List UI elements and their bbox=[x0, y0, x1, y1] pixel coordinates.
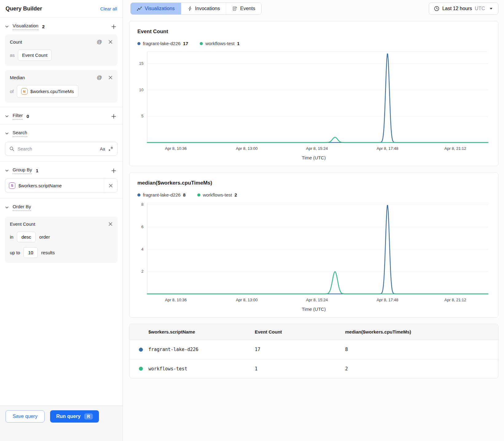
legend-item[interactable]: fragrant-lake-d22617 bbox=[137, 41, 188, 46]
order-by-field-label: Event Count bbox=[10, 221, 35, 227]
search-box: Aa bbox=[5, 142, 118, 156]
search-icon bbox=[9, 146, 14, 151]
caret-down-icon bbox=[489, 6, 493, 11]
svg-text:2: 2 bbox=[141, 269, 144, 274]
filter-section-header: Filter 0 bbox=[0, 107, 123, 124]
add-visualization-button[interactable] bbox=[110, 23, 117, 30]
sidebar-footer: Save query Run query R bbox=[0, 405, 123, 441]
search-section-header: Search bbox=[0, 124, 123, 141]
filter-count: 0 bbox=[26, 114, 29, 119]
event-count-chart: 51015Apr 8, 10:36Apr 8, 13:00Apr 8, 15:2… bbox=[129, 48, 498, 154]
chart-title: Event Count bbox=[129, 29, 498, 35]
series-color-dot bbox=[139, 367, 143, 371]
in-label: in bbox=[10, 234, 14, 240]
svg-text:15: 15 bbox=[139, 61, 144, 66]
save-query-button[interactable]: Save query bbox=[6, 410, 45, 423]
median-cell: 8 bbox=[345, 347, 498, 352]
chart-legend: fragrant-lake-d2268workflows-test2 bbox=[129, 186, 498, 199]
close-icon[interactable] bbox=[108, 40, 113, 44]
svg-text:10: 10 bbox=[139, 88, 144, 92]
svg-text:Apr 8, 17:48: Apr 8, 17:48 bbox=[376, 298, 398, 302]
svg-text:Apr 8, 21:12: Apr 8, 21:12 bbox=[444, 146, 466, 151]
legend-dot-icon bbox=[137, 193, 140, 197]
chart-canvas: 2468Apr 8, 10:36Apr 8, 13:00Apr 8, 15:24… bbox=[129, 199, 494, 305]
tab-visualizations[interactable]: Visualizations bbox=[131, 3, 181, 14]
svg-text:Apr 8, 13:00: Apr 8, 13:00 bbox=[236, 298, 258, 302]
result-limit-input[interactable]: 10 bbox=[23, 247, 38, 258]
event-count-chart-card: Event Count fragrant-lake-d22617workflow… bbox=[129, 21, 498, 166]
svg-text:Apr 8, 10:36: Apr 8, 10:36 bbox=[165, 298, 187, 302]
clear-all-button[interactable]: Clear all bbox=[100, 6, 117, 11]
results-topbar: Visualizations Invocations Events bbox=[129, 2, 498, 15]
legend-dot-icon bbox=[137, 42, 140, 45]
of-label: of bbox=[10, 89, 14, 94]
column-header-median: median($workers.cpuTimeMs) bbox=[345, 329, 498, 334]
script-name-cell: fragrant-lake-d226 bbox=[148, 347, 255, 352]
at-icon[interactable]: @ bbox=[97, 75, 102, 80]
tab-events[interactable]: Events bbox=[226, 3, 261, 14]
regex-icon[interactable] bbox=[108, 146, 113, 151]
legend-item[interactable]: workflows-test1 bbox=[200, 41, 239, 46]
run-query-button[interactable]: Run query R bbox=[50, 410, 99, 423]
up-to-label: up to bbox=[10, 250, 20, 255]
chevron-down-icon[interactable] bbox=[4, 131, 10, 136]
order-by-section-label: Order By bbox=[13, 204, 31, 211]
median-cell: 2 bbox=[345, 366, 498, 372]
search-input[interactable] bbox=[18, 146, 97, 151]
svg-text:Apr 8, 15:24: Apr 8, 15:24 bbox=[306, 298, 328, 302]
filter-section-label: Filter bbox=[13, 113, 23, 120]
legend-item[interactable]: workflows-test2 bbox=[197, 192, 237, 197]
search-section-label: Search bbox=[13, 130, 27, 137]
event-log-icon bbox=[232, 6, 237, 11]
svg-text:Apr 8, 15:24: Apr 8, 15:24 bbox=[306, 146, 328, 151]
chevron-down-icon[interactable] bbox=[4, 24, 10, 29]
order-by-section-header: Order By bbox=[0, 198, 123, 215]
series-line-workflows-test bbox=[147, 272, 488, 294]
as-label: as bbox=[10, 53, 15, 58]
series-line-fragrant-lake-d226 bbox=[147, 54, 488, 142]
column-header-script-name: $workers.scriptName bbox=[148, 329, 255, 334]
order-by-card: Event Count in desc order up to 10 resul… bbox=[5, 217, 118, 263]
chevron-down-icon[interactable] bbox=[4, 205, 10, 210]
clock-icon bbox=[434, 6, 439, 11]
order-label: order bbox=[39, 234, 50, 240]
table-header-row: $workers.scriptName Event Count median($… bbox=[129, 324, 498, 340]
view-tabs: Visualizations Invocations Events bbox=[130, 2, 262, 15]
legend-dot-icon bbox=[197, 193, 200, 197]
number-type-icon: N bbox=[21, 88, 28, 95]
count-visualization-card: Count @ as Event Count bbox=[5, 34, 118, 66]
string-type-icon: S bbox=[9, 182, 15, 189]
visualization-section-label: Visualization bbox=[13, 23, 38, 30]
line-chart-icon bbox=[137, 6, 142, 11]
visualization-section-header: Visualization 2 bbox=[0, 18, 123, 34]
chevron-down-icon[interactable] bbox=[4, 168, 10, 173]
lightning-icon bbox=[187, 6, 192, 11]
at-icon[interactable]: @ bbox=[97, 39, 102, 45]
legend-item[interactable]: fragrant-lake-d2268 bbox=[137, 192, 186, 197]
alias-field[interactable]: Event Count bbox=[18, 49, 52, 61]
script-name-cell: workflows-test bbox=[148, 366, 255, 372]
add-group-by-button[interactable] bbox=[110, 167, 117, 174]
median-card-title: Median bbox=[10, 75, 25, 80]
time-range-select[interactable]: Last 12 hours UTC bbox=[429, 2, 498, 15]
query-builder-sidebar: Query Builder Clear all Visualization 2 … bbox=[0, 0, 123, 441]
group-by-field[interactable]: S $workers.scriptName bbox=[5, 178, 118, 193]
svg-text:Apr 8, 10:36: Apr 8, 10:36 bbox=[165, 146, 187, 151]
chart-legend: fragrant-lake-d22617workflows-test1 bbox=[129, 35, 498, 48]
x-axis-title: Time (UTC) bbox=[129, 154, 498, 160]
add-filter-button[interactable] bbox=[110, 113, 117, 120]
sort-direction-select[interactable]: desc bbox=[17, 232, 36, 242]
median-cputime-chart-card: median($workers.cpuTimeMs) fragrant-lake… bbox=[129, 172, 498, 318]
match-case-icon[interactable]: Aa bbox=[100, 146, 105, 151]
median-visualization-card: Median @ of N $workers.cpuTimeMs bbox=[5, 70, 118, 103]
close-icon[interactable] bbox=[108, 222, 113, 226]
visualization-count: 2 bbox=[42, 24, 45, 29]
close-icon[interactable] bbox=[108, 75, 113, 80]
median-field-selector[interactable]: N $workers.cpuTimeMs bbox=[17, 85, 78, 98]
legend-dot-icon bbox=[200, 42, 203, 45]
event-count-cell: 17 bbox=[255, 347, 345, 352]
tab-invocations[interactable]: Invocations bbox=[181, 3, 226, 14]
svg-text:Apr 8, 17:48: Apr 8, 17:48 bbox=[376, 146, 398, 151]
chevron-down-icon[interactable] bbox=[4, 114, 10, 119]
remove-group-by-button[interactable] bbox=[104, 179, 117, 192]
